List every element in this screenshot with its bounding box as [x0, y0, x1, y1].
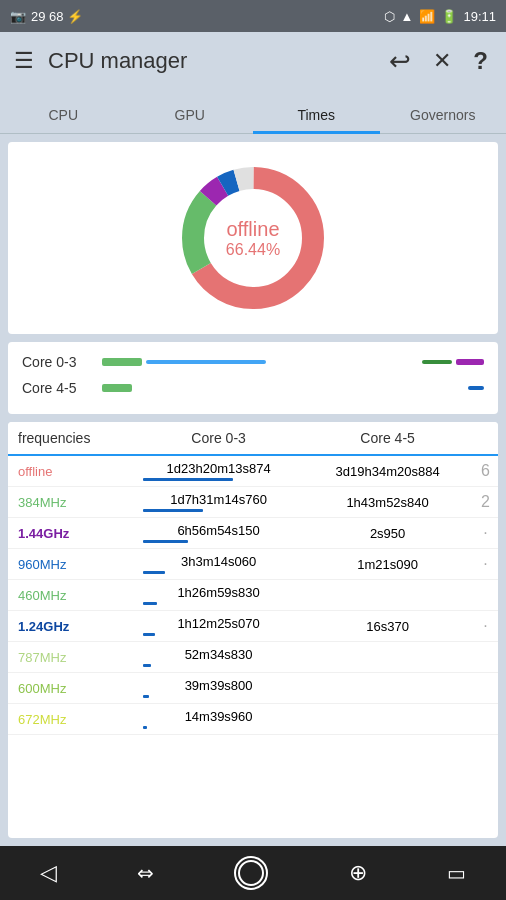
- tab-cpu[interactable]: CPU: [0, 97, 127, 134]
- freq-header-core03: Core 0-3: [133, 422, 302, 455]
- freq-cell-extra: 6: [471, 455, 498, 487]
- table-row: 787MHz 52m34s830: [8, 642, 498, 673]
- help-button[interactable]: ?: [469, 43, 492, 79]
- freq-cell-core45: 1h43m52s840: [302, 487, 471, 518]
- freq-cell-core03: 6h56m54s150: [133, 518, 302, 549]
- status-numbers: 29 68 ⚡: [31, 9, 83, 24]
- freq-cell-core45: 2s950: [302, 518, 471, 549]
- bars-card: Core 0-3 Core 4-5: [8, 342, 498, 414]
- freq-table: frequencies Core 0-3 Core 4-5 offline 1d…: [8, 422, 498, 735]
- donut-status-label: offline: [226, 218, 280, 241]
- bar-purple-right-0: [456, 359, 484, 365]
- freq-cell-name: 960MHz: [8, 549, 133, 580]
- back-button[interactable]: ↩: [385, 42, 415, 81]
- tab-governors[interactable]: Governors: [380, 97, 507, 134]
- freq-cell-core03: 52m34s830: [133, 642, 302, 673]
- freq-cell-core45: [302, 673, 471, 704]
- freq-cell-extra: ·: [471, 611, 498, 642]
- freq-cell-extra: [471, 642, 498, 673]
- core-bar-track-0: [102, 352, 484, 372]
- freq-cell-extra: [471, 704, 498, 735]
- freq-cell-core03: 1d7h31m14s760: [133, 487, 302, 518]
- freq-cell-core45: [302, 580, 471, 611]
- table-row: 460MHz 1h26m59s830: [8, 580, 498, 611]
- tab-bar: CPU GPU Times Governors: [0, 90, 506, 134]
- freq-cell-core45: 16s370: [302, 611, 471, 642]
- signal-icon: 📶: [419, 9, 435, 24]
- donut-chart: offline 66.44%: [173, 158, 333, 318]
- core-bar-row-0: Core 0-3: [22, 352, 484, 372]
- freq-cell-extra: ·: [471, 518, 498, 549]
- nav-compress-button[interactable]: ⇔: [137, 861, 154, 885]
- freq-cell-core45: 3d19h34m20s884: [302, 455, 471, 487]
- nav-download-button[interactable]: ⊕: [349, 860, 367, 886]
- table-row: 600MHz 39m39s800: [8, 673, 498, 704]
- freq-header-frequencies: frequencies: [8, 422, 133, 455]
- freq-cell-name: 384MHz: [8, 487, 133, 518]
- freq-cell-core03: 1d23h20m13s874: [133, 455, 302, 487]
- nav-back-button[interactable]: ◁: [40, 860, 57, 886]
- freq-cell-extra: [471, 580, 498, 611]
- nav-home-button[interactable]: [234, 856, 268, 890]
- bar-green-right-0: [422, 360, 452, 364]
- core-bar-right-0: [422, 359, 484, 365]
- wifi-icon: ▲: [401, 9, 414, 24]
- time-display: 19:11: [463, 9, 496, 24]
- bluetooth-icon: ⬡: [384, 9, 395, 24]
- close-button[interactable]: ✕: [429, 44, 455, 78]
- table-row: 960MHz 3h3m14s060 1m21s090 ·: [8, 549, 498, 580]
- core-bar-label-0: Core 0-3: [22, 354, 102, 370]
- freq-cell-core03: 39m39s800: [133, 673, 302, 704]
- menu-button[interactable]: ☰: [14, 48, 34, 74]
- freq-cell-extra: 2: [471, 487, 498, 518]
- freq-cell-name: 787MHz: [8, 642, 133, 673]
- freq-cell-core03: 1h12m25s070: [133, 611, 302, 642]
- freq-cell-core45: [302, 642, 471, 673]
- tab-gpu[interactable]: GPU: [127, 97, 254, 134]
- freq-cell-name: offline: [8, 455, 133, 487]
- donut-card: offline 66.44%: [8, 142, 498, 334]
- freq-cell-name: 1.24GHz: [8, 611, 133, 642]
- freq-header-core45: Core 4-5: [302, 422, 471, 455]
- freq-table-card: frequencies Core 0-3 Core 4-5 offline 1d…: [8, 422, 498, 838]
- status-bar-left: 📷 29 68 ⚡: [10, 9, 83, 24]
- toolbar: ☰ CPU manager ↩ ✕ ?: [0, 32, 506, 90]
- freq-cell-core45: 1m21s090: [302, 549, 471, 580]
- freq-cell-core03: 14m39s960: [133, 704, 302, 735]
- donut-center-text: offline 66.44%: [226, 218, 280, 259]
- photo-icon: 📷: [10, 9, 26, 24]
- donut-percent: 66.44%: [226, 241, 280, 259]
- freq-cell-core45: [302, 704, 471, 735]
- freq-cell-core03: 3h3m14s060: [133, 549, 302, 580]
- home-circle-icon: [237, 859, 265, 887]
- table-row: 672MHz 14m39s960: [8, 704, 498, 735]
- table-row: 1.44GHz 6h56m54s150 2s950 ·: [8, 518, 498, 549]
- freq-cell-name: 460MHz: [8, 580, 133, 611]
- svg-point-0: [239, 861, 263, 885]
- core-bar-right-1: [468, 386, 484, 390]
- freq-cell-name: 672MHz: [8, 704, 133, 735]
- freq-cell-name: 1.44GHz: [8, 518, 133, 549]
- core-bar-label-1: Core 4-5: [22, 380, 102, 396]
- freq-cell-core03: 1h26m59s830: [133, 580, 302, 611]
- freq-header-extra: [471, 422, 498, 455]
- freq-cell-extra: [471, 673, 498, 704]
- core-bar-blue-0: [146, 360, 266, 364]
- table-row: 384MHz 1d7h31m14s760 1h43m52s840 2: [8, 487, 498, 518]
- table-row: 1.24GHz 1h12m25s070 16s370 ·: [8, 611, 498, 642]
- core-bar-row-1: Core 4-5: [22, 378, 484, 398]
- freq-table-header-row: frequencies Core 0-3 Core 4-5: [8, 422, 498, 455]
- status-bar: 📷 29 68 ⚡ ⬡ ▲ 📶 🔋 19:11: [0, 0, 506, 32]
- core-bar-green-0: [102, 358, 142, 366]
- freq-cell-name: 600MHz: [8, 673, 133, 704]
- core-bar-green-1: [102, 384, 132, 392]
- nav-bar: ◁ ⇔ ⊕ ▭: [0, 846, 506, 900]
- table-row: offline 1d23h20m13s874 3d19h34m20s884 6: [8, 455, 498, 487]
- main-content: offline 66.44% Core 0-3 Core 4-5: [0, 134, 506, 846]
- nav-square-button[interactable]: ▭: [447, 861, 466, 885]
- tab-times[interactable]: Times: [253, 97, 380, 134]
- core-bar-track-1: [102, 378, 484, 398]
- bar-blue-small-1: [468, 386, 484, 390]
- status-bar-right: ⬡ ▲ 📶 🔋 19:11: [384, 9, 496, 24]
- battery-icon: 🔋: [441, 9, 457, 24]
